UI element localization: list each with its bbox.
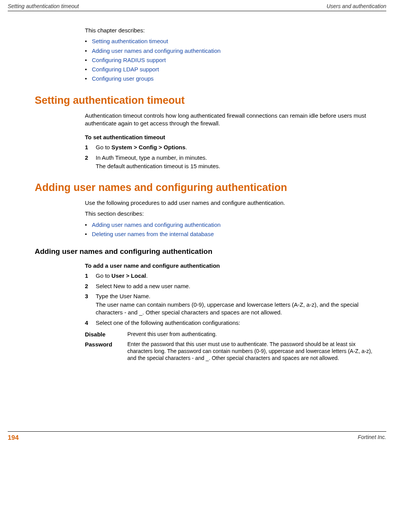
step-text: In Auth Timeout, type a number, in minut… bbox=[96, 154, 379, 162]
section2-para1: Use the following procedures to add user… bbox=[85, 199, 379, 207]
section2-link-list: Adding user names and configuring authen… bbox=[85, 221, 379, 238]
step-row: 2 In Auth Timeout, type a number, in min… bbox=[85, 154, 379, 171]
link-deleting-user-names[interactable]: Deleting user names from the internal da… bbox=[92, 231, 214, 237]
subsection-heading: Adding user names and configuring authen… bbox=[35, 247, 379, 256]
section-heading-auth-timeout: Setting authentication timeout bbox=[35, 95, 379, 106]
step-row: 1 Go to System > Config > Options. bbox=[85, 144, 379, 151]
header-rule bbox=[8, 11, 386, 11]
step-subtext: The user name can contain numbers (0-9),… bbox=[96, 301, 379, 317]
header-right: Users and authentication bbox=[326, 3, 386, 9]
list-item: Configuring LDAP support bbox=[85, 66, 379, 73]
step-text-bold: User > Local bbox=[112, 272, 146, 279]
definition-term: Disable bbox=[85, 331, 127, 338]
footer-company: Fortinet Inc. bbox=[358, 434, 386, 442]
step-text-post: . bbox=[186, 144, 187, 150]
link-setting-auth-timeout[interactable]: Setting authentication timeout bbox=[92, 38, 168, 44]
section2-para2: This section describes: bbox=[85, 210, 379, 218]
section-heading-adding-users: Adding user names and configuring authen… bbox=[35, 182, 379, 194]
definition-description: Enter the password that this user must u… bbox=[127, 341, 379, 362]
link-adding-user-names-sub[interactable]: Adding user names and configuring authen… bbox=[92, 221, 221, 228]
list-item: Adding user names and configuring authen… bbox=[85, 47, 379, 55]
procedure-title: To set authentication timeout bbox=[85, 133, 379, 141]
step-body: Select one of the following authenticati… bbox=[96, 319, 379, 327]
intro-text: This chapter describes: bbox=[85, 27, 379, 34]
step-number: 1 bbox=[85, 144, 96, 151]
definition-description: Prevent this user from authenticating. bbox=[127, 331, 379, 338]
definition-table: Disable Prevent this user from authentic… bbox=[85, 331, 379, 362]
definition-term: Password bbox=[85, 341, 127, 362]
list-item: Configuring user groups bbox=[85, 75, 379, 83]
step-row: 3 Type the User Name. The user name can … bbox=[85, 292, 379, 317]
step-text: Select one of the following authenticati… bbox=[96, 319, 240, 326]
step-body: Select New to add a new user name. bbox=[96, 282, 379, 290]
step-body: Go to User > Local. bbox=[96, 272, 379, 280]
step-body: In Auth Timeout, type a number, in minut… bbox=[96, 154, 379, 171]
step-number: 3 bbox=[85, 292, 96, 317]
step-body: Type the User Name. The user name can co… bbox=[96, 292, 379, 317]
step-row: 4 Select one of the following authentica… bbox=[85, 319, 379, 327]
step-text-pre: Go to bbox=[96, 144, 112, 150]
list-item: Setting authentication timeout bbox=[85, 37, 379, 45]
step-number: 1 bbox=[85, 272, 96, 280]
list-item: Configuring RADIUS support bbox=[85, 56, 379, 64]
header-left: Setting authentication timeout bbox=[8, 3, 79, 9]
section1-para: Authentication timeout controls how long… bbox=[85, 112, 379, 128]
step-text-pre: Go to bbox=[96, 272, 112, 279]
link-configuring-radius[interactable]: Configuring RADIUS support bbox=[92, 57, 166, 63]
step-row: 2 Select New to add a new user name. bbox=[85, 282, 379, 290]
list-item: Deleting user names from the internal da… bbox=[85, 230, 379, 238]
definition-row: Password Enter the password that this us… bbox=[85, 341, 379, 362]
step-number: 2 bbox=[85, 282, 96, 290]
intro-link-list: Setting authentication timeout Adding us… bbox=[85, 37, 379, 83]
page-number: 194 bbox=[8, 434, 19, 442]
definition-row: Disable Prevent this user from authentic… bbox=[85, 331, 379, 338]
step-subtext: The default authentication timeout is 15… bbox=[96, 162, 379, 170]
step-text: Select New to add a new user name. bbox=[96, 283, 190, 289]
step-number: 4 bbox=[85, 319, 96, 327]
step-text-bold: System > Config > Options bbox=[112, 144, 186, 150]
step-body: Go to System > Config > Options. bbox=[96, 144, 379, 151]
link-configuring-user-groups[interactable]: Configuring user groups bbox=[92, 75, 154, 82]
step-text: Type the User Name. bbox=[96, 292, 379, 300]
step-text-post: . bbox=[146, 272, 148, 279]
link-configuring-ldap[interactable]: Configuring LDAP support bbox=[92, 66, 159, 73]
procedure-title: To add a user name and configure authent… bbox=[85, 262, 379, 270]
step-row: 1 Go to User > Local. bbox=[85, 272, 379, 280]
link-adding-user-names[interactable]: Adding user names and configuring authen… bbox=[92, 47, 221, 54]
list-item: Adding user names and configuring authen… bbox=[85, 221, 379, 229]
step-number: 2 bbox=[85, 154, 96, 171]
